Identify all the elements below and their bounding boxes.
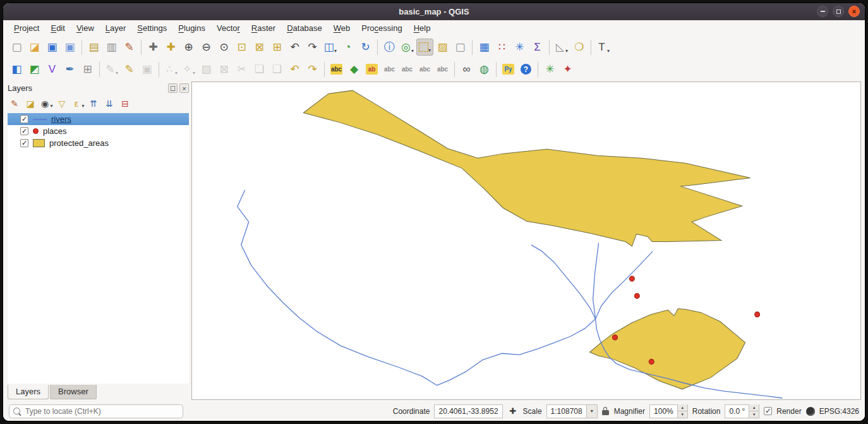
- dock-tab-layers[interactable]: Layers: [8, 385, 49, 399]
- layer-labeling-button[interactable]: abc: [328, 61, 345, 78]
- layer-item-protected_areas[interactable]: ✓protected_areas: [8, 137, 189, 149]
- processing-history-button[interactable]: ✦: [559, 61, 576, 78]
- menu-help[interactable]: Help: [408, 21, 437, 35]
- layer-item-rivers[interactable]: ✓rivers: [8, 113, 189, 125]
- map-canvas[interactable]: [191, 82, 861, 400]
- show-layout-manager-button[interactable]: ▥: [103, 39, 120, 56]
- menu-project[interactable]: Project: [8, 21, 45, 35]
- metasearch-button[interactable]: ∞: [458, 61, 475, 78]
- refresh-button[interactable]: ↻: [357, 39, 374, 56]
- menu-plugins[interactable]: Plugins: [172, 21, 211, 35]
- close-button[interactable]: ×: [848, 6, 860, 17]
- redo-button[interactable]: ↷: [304, 61, 321, 78]
- measure-button[interactable]: ◺▾: [553, 39, 570, 56]
- identify-features-button[interactable]: ⓘ: [381, 39, 398, 56]
- menu-layer[interactable]: Layer: [100, 21, 132, 35]
- filter-by-expression-dropdown-caret[interactable]: ▾: [81, 103, 84, 109]
- layer-visibility-checkbox[interactable]: ✓: [20, 139, 28, 147]
- layer-visibility-checkbox[interactable]: ✓: [20, 115, 28, 123]
- spin-down-icon[interactable]: ▼: [749, 411, 759, 418]
- minimize-button[interactable]: [817, 6, 828, 17]
- change-label-button[interactable]: abc: [434, 61, 451, 78]
- select-features-dropdown-caret[interactable]: ▾: [428, 47, 431, 53]
- select-by-value-button[interactable]: ▨: [434, 39, 451, 56]
- coordinate-box[interactable]: 20.4061,-33.8952: [434, 404, 502, 418]
- current-edits-dropdown-caret[interactable]: ▾: [116, 70, 118, 76]
- zoom-in-button[interactable]: ⊕: [180, 39, 197, 56]
- open-project-button[interactable]: ◪: [26, 39, 43, 56]
- save-project-button[interactable]: ▣: [44, 39, 61, 56]
- spin-down-icon[interactable]: ▼: [678, 411, 687, 418]
- undo-button[interactable]: ↶: [286, 61, 303, 78]
- toggle-editing-button[interactable]: ✎: [121, 61, 138, 78]
- crs-globe-icon[interactable]: [806, 407, 815, 416]
- run-feature-action-button[interactable]: ◎▾: [399, 39, 416, 56]
- temporal-controller-button[interactable]: ◔: [339, 39, 356, 56]
- zoom-native-button[interactable]: ⊙: [215, 39, 232, 56]
- text-annotation-dropdown-caret[interactable]: ▾: [607, 48, 610, 54]
- new-map-view-dropdown-caret[interactable]: ▾: [334, 48, 337, 54]
- menu-view[interactable]: View: [71, 21, 100, 35]
- add-feature-dropdown-caret[interactable]: ▾: [175, 70, 178, 76]
- measure-dropdown-caret[interactable]: ▾: [565, 48, 568, 54]
- new-map-view-button[interactable]: ◫▾: [322, 39, 339, 56]
- crs-value[interactable]: EPSG:4326: [819, 407, 859, 416]
- menu-web[interactable]: Web: [328, 21, 356, 35]
- new-virtual-layer-button[interactable]: ⊞: [79, 61, 96, 78]
- select-features-button[interactable]: ▾: [416, 39, 433, 56]
- manage-map-themes-dropdown-caret[interactable]: ▾: [50, 103, 52, 109]
- locate-box[interactable]: [9, 404, 183, 418]
- processing-model-button[interactable]: ✳: [541, 61, 558, 78]
- processing-toolbox-button[interactable]: ✳: [511, 39, 528, 56]
- rotation-spin-buttons[interactable]: ▲▼: [749, 404, 759, 418]
- rotate-label-button[interactable]: abc: [416, 61, 433, 78]
- data-source-manager-button[interactable]: ◧: [8, 61, 25, 78]
- zoom-to-selection-button[interactable]: ⊠: [251, 39, 268, 56]
- add-layer-button[interactable]: ◩: [26, 61, 43, 78]
- magnifier-spin-buttons[interactable]: ▲▼: [677, 404, 687, 418]
- expand-all-button[interactable]: ⇈: [87, 97, 100, 111]
- zoom-next-button[interactable]: ↷: [304, 39, 321, 56]
- open-attribute-table-button[interactable]: ▦: [476, 39, 493, 56]
- save-project-as-button[interactable]: ▣: [61, 39, 78, 56]
- filter-by-expression-button[interactable]: ε▾: [71, 97, 85, 111]
- statistical-summary-button[interactable]: Σ: [529, 39, 546, 56]
- pin-labels-button[interactable]: ab: [363, 61, 380, 78]
- new-geopackage-layer-button[interactable]: ✒: [61, 61, 78, 78]
- remove-layer-button[interactable]: ⊟: [118, 97, 132, 111]
- maximize-button[interactable]: [833, 6, 844, 17]
- zoom-out-button[interactable]: ⊖: [198, 39, 215, 56]
- help-contents-button[interactable]: ?: [517, 61, 534, 78]
- move-label-button[interactable]: abc: [399, 61, 416, 78]
- zoom-last-button[interactable]: ↶: [286, 39, 303, 56]
- new-print-layout-button[interactable]: ▤: [85, 39, 102, 56]
- pan-to-selection-button[interactable]: ✚: [162, 39, 179, 56]
- pan-map-button[interactable]: ✚: [145, 39, 162, 56]
- layer-diagram-button[interactable]: ◆: [346, 61, 363, 78]
- menu-database[interactable]: Database: [281, 21, 328, 35]
- magnifier-spinbox[interactable]: 100% ▲▼: [649, 404, 688, 418]
- run-feature-action-dropdown-caret[interactable]: ▾: [411, 48, 414, 54]
- spin-up-icon[interactable]: ▲: [749, 404, 759, 411]
- field-calculator-button[interactable]: ∷: [493, 39, 510, 56]
- title-bar[interactable]: basic_map - QGIS ×: [3, 3, 865, 20]
- deselect-features-button[interactable]: ▢: [452, 39, 469, 56]
- highlight-pinned-labels-button[interactable]: abc: [381, 61, 398, 78]
- style-manager-button[interactable]: ✎: [121, 39, 138, 56]
- manage-map-themes-button[interactable]: ◉▾: [39, 97, 53, 111]
- scale-dropdown-caret[interactable]: ▾: [586, 405, 597, 418]
- filter-legend-button[interactable]: ▽: [55, 97, 69, 111]
- open-layer-styling-button[interactable]: ✎: [8, 97, 21, 111]
- scale-combo[interactable]: 1:108708 ▾: [546, 404, 598, 418]
- menu-edit[interactable]: Edit: [45, 21, 70, 35]
- menu-raster[interactable]: Raster: [246, 21, 281, 35]
- vertex-tool-dropdown-caret[interactable]: ▾: [193, 70, 195, 76]
- scale-lock-icon[interactable]: [602, 407, 610, 416]
- extents-toggle-icon[interactable]: ✚: [507, 406, 519, 417]
- rotation-spinbox[interactable]: 0.0 ° ▲▼: [725, 404, 759, 418]
- locate-input[interactable]: [24, 406, 179, 416]
- float-panel-button[interactable]: ◻: [168, 83, 178, 93]
- zoom-to-layer-button[interactable]: ⊞: [268, 39, 286, 56]
- layer-visibility-checkbox[interactable]: ✓: [20, 127, 28, 135]
- map-tips-button[interactable]: ❍: [570, 39, 588, 56]
